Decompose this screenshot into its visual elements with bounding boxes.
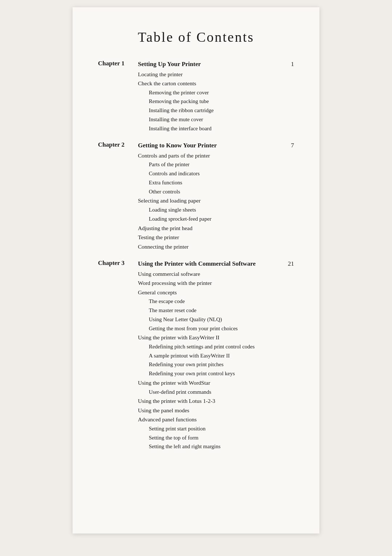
entry-3-7: Getting the most from your print choices bbox=[138, 324, 294, 333]
chapter-row-3: Chapter 3Using the Printer with Commerci… bbox=[98, 259, 294, 451]
chapter-content-3: Using the Printer with Commercial Softwa… bbox=[138, 259, 294, 451]
entry-2-10: Testing the printer bbox=[138, 233, 294, 242]
entry-1-5: Installing the ribbon cartridge bbox=[138, 106, 294, 115]
page-title: Table of Contents bbox=[98, 29, 294, 45]
entry-1-6: Installing the mute cover bbox=[138, 115, 294, 124]
chapter-page-2: 7 bbox=[291, 142, 294, 149]
chapter-block-1: Chapter 1Setting Up Your Printer1Locatin… bbox=[98, 60, 294, 133]
chapter-content-2: Getting to Know Your Printer7Controls an… bbox=[138, 141, 294, 251]
chapter-label-3: Chapter 3 bbox=[98, 259, 138, 267]
entry-1-2: Check the carton contents bbox=[138, 79, 294, 88]
chapter-page-3: 21 bbox=[288, 260, 294, 267]
entry-3-10: A sample printout with EasyWriter II bbox=[138, 351, 294, 360]
entry-3-9: Redefining pitch settings and print cont… bbox=[138, 342, 294, 351]
entry-2-3: Controls and indicators bbox=[138, 169, 294, 178]
entry-1-1: Locating the printer bbox=[138, 70, 294, 79]
entry-3-6: Using Near Letter Quality (NLQ) bbox=[138, 315, 294, 324]
entry-3-19: Setting the top of form bbox=[138, 433, 294, 442]
entry-3-8: Using the printer with EasyWriter II bbox=[138, 333, 294, 342]
entry-2-11: Connecting the printer bbox=[138, 242, 294, 252]
entry-2-6: Selecting and loading paper bbox=[138, 196, 294, 205]
chapter-title-2: Getting to Know Your Printer bbox=[138, 141, 217, 150]
chapter-page-1: 1 bbox=[291, 61, 294, 68]
entry-1-3: Removing the printer cover bbox=[138, 88, 294, 97]
entries-block-1: Locating the printerCheck the carton con… bbox=[138, 70, 294, 133]
chapter-block-2: Chapter 2Getting to Know Your Printer7Co… bbox=[98, 141, 294, 251]
chapter-title-1: Setting Up Your Printer bbox=[138, 60, 201, 69]
entry-3-5: The master reset code bbox=[138, 306, 294, 315]
entry-3-15: Using the printer with Lotus 1-2-3 bbox=[138, 396, 294, 406]
page: Table of Contents Chapter 1Setting Up Yo… bbox=[73, 7, 319, 533]
chapter-row-1: Chapter 1Setting Up Your Printer1Locatin… bbox=[98, 60, 294, 133]
entry-2-1: Controls and parts of the printer bbox=[138, 151, 294, 160]
entry-3-13: Using the printer with WordStar bbox=[138, 378, 294, 388]
entry-3-2: Word processing with the printer bbox=[138, 278, 294, 288]
entry-1-4: Removing the packing tube bbox=[138, 97, 294, 106]
chapter-title-3: Using the Printer with Commercial Softwa… bbox=[138, 259, 256, 269]
chapter-label-1: Chapter 1 bbox=[98, 60, 138, 67]
chapter-block-3: Chapter 3Using the Printer with Commerci… bbox=[98, 259, 294, 451]
entry-3-17: Advanced panel functions bbox=[138, 415, 294, 424]
entry-2-2: Parts of the printer bbox=[138, 160, 294, 169]
chapter-row-2: Chapter 2Getting to Know Your Printer7Co… bbox=[98, 141, 294, 251]
toc-table: Chapter 1Setting Up Your Printer1Locatin… bbox=[98, 60, 294, 451]
chapter-title-row-3: Using the Printer with Commercial Softwa… bbox=[138, 259, 294, 269]
entry-2-7: Loading single sheets bbox=[138, 205, 294, 214]
chapter-title-row-1: Setting Up Your Printer1 bbox=[138, 60, 294, 69]
entries-block-3: Using commercial softwareWord processing… bbox=[138, 269, 294, 451]
entry-3-4: The escape code bbox=[138, 297, 294, 306]
entry-3-1: Using commercial software bbox=[138, 269, 294, 279]
entry-3-11: Redefining your own print pitches bbox=[138, 360, 294, 369]
entry-2-8: Loading sprocket-feed paper bbox=[138, 214, 294, 224]
chapter-content-1: Setting Up Your Printer1Locating the pri… bbox=[138, 60, 294, 133]
entry-3-3: General concepts bbox=[138, 288, 294, 297]
entry-3-18: Setting print start position bbox=[138, 424, 294, 433]
entry-3-14: User-defind print commands bbox=[138, 388, 294, 397]
entry-2-9: Adjusting the print head bbox=[138, 224, 294, 233]
chapter-label-2: Chapter 2 bbox=[98, 141, 138, 148]
entry-1-7: Installing the interface board bbox=[138, 124, 294, 133]
entries-block-2: Controls and parts of the printerParts o… bbox=[138, 151, 294, 251]
entry-3-12: Redefining your own print control keys bbox=[138, 369, 294, 378]
chapter-title-row-2: Getting to Know Your Printer7 bbox=[138, 141, 294, 150]
entry-2-4: Extra functions bbox=[138, 178, 294, 187]
entry-2-5: Other controls bbox=[138, 187, 294, 196]
entry-3-20: Setting the left and right margins bbox=[138, 442, 294, 451]
entry-3-16: Using the panel modes bbox=[138, 406, 294, 415]
